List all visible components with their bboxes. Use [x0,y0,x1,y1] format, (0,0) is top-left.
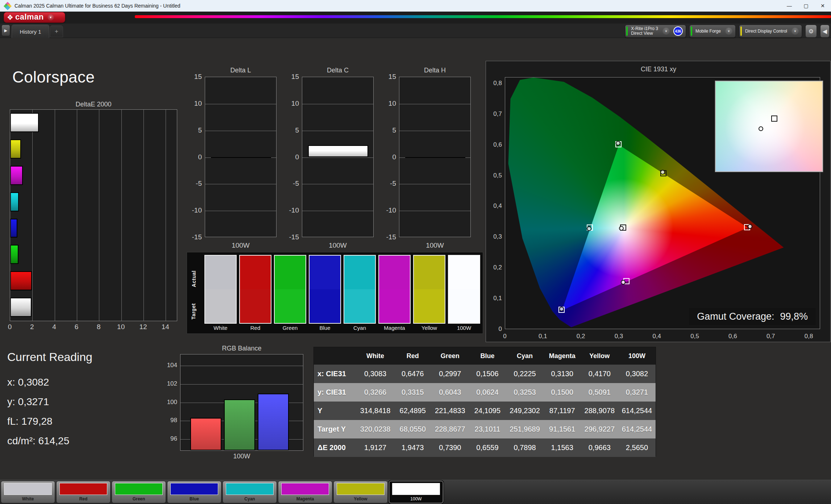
patch-chip-white [4,483,52,495]
reading-y: y: 0,3271 [7,396,49,408]
patch-button-red[interactable]: Red [56,481,111,503]
device-button-0[interactable]: X-Rite i1Pro 3Direct View▼436 [625,25,686,38]
patch-button-magenta[interactable]: Magenta [278,481,332,503]
patch-button-white[interactable]: White [1,481,55,503]
swatch-white-actual [205,256,236,289]
swatch-red-actual [240,256,271,289]
swatch-magenta [378,255,411,324]
collapse-toolbar-button[interactable]: ◀ [820,25,830,38]
add-icon: + [55,28,58,35]
maximize-icon[interactable]: ▢ [798,0,814,12]
device-dropdown-icon-1[interactable]: ▼ [725,28,732,35]
window-title: Calman 2025 Calman Ultimate for Business… [14,3,180,9]
table-cell-xcie31-magenta: 0,3130 [544,370,581,378]
layout-nav-button[interactable]: ▶ [1,25,10,36]
patch-chip-magenta [281,483,329,495]
cie-ytick-3: 0,3 [487,233,502,240]
delta-c-ytick-0: 0 [283,153,299,161]
table-cell-xcie31-red: 0,6476 [394,370,431,378]
delta-h-ytick--10: -10 [380,206,396,214]
logo-dropdown-icon[interactable]: ▼ [47,14,54,21]
cie-xtick-2: 0,2 [574,333,588,340]
swatch-100w-target [449,289,479,323]
table-cell-y-yellow: 288,9078 [581,407,618,415]
table-row: Target Y320,023868,0550228,867723,101125… [314,420,656,438]
table-col-green: Green [431,352,469,360]
table-rowhead-xcie31: x: CIE31 [314,370,357,378]
rgb-chart-plot [180,354,303,451]
delta-c-grid-10 [302,104,373,104]
deltae-bar-magenta [10,166,23,185]
delta-l-ytick-5: 5 [186,126,202,134]
cie-measured-green [616,141,620,146]
patch-button-blue[interactable]: Blue [167,481,221,503]
delta-h-grid--5 [399,184,470,184]
deltae-grid-14 [166,110,166,321]
table-rowhead-y: Y [314,407,357,415]
table-cell-y-red: 62,4895 [394,407,431,415]
rgb-grid-102 [180,384,303,385]
swatch-label-blue: Blue [309,325,341,331]
delta-c-grid-5 [302,131,373,131]
device-button-1[interactable]: Mobile Forge▼ [689,25,736,38]
minimize-icon[interactable]: — [781,0,798,12]
table-cell-e2000-red: 1,9473 [394,444,431,452]
delta-c-grid--5 [302,184,373,184]
delta-c-ytick--10: -10 [283,206,299,214]
deltae-xtick-8: 8 [93,323,104,331]
reading-fl: fL: 179,28 [7,416,53,427]
tool-row: ▶ History 1 + X-Rite i1Pro 3Direct View▼… [0,24,831,38]
deltae-chart-plot [10,109,177,321]
swatch-green-actual [275,256,306,289]
calman-menu-button[interactable]: ❖ calman ▼ [4,12,65,23]
table-col-blue: Blue [469,352,506,360]
device-button-2[interactable]: Direct Display Control▼ [739,25,802,38]
tab-history-1[interactable]: History 1 [12,25,49,38]
device-dropdown-icon-0[interactable]: ▼ [662,28,670,35]
swatch-label-yellow: Yellow [413,325,445,331]
delta-l-grid-5 [205,131,276,131]
patch-chip-cyan [226,483,274,495]
table-cell-e2000-magenta: 1,1563 [544,444,581,452]
table-cell-y-magenta: 87,1197 [544,407,581,415]
patch-button-green[interactable]: Green [112,481,166,503]
cie-xtick-3: 0,3 [611,333,626,340]
cie-xtick-8: 0,8 [802,333,816,340]
cie-xtick-6: 0,6 [726,333,740,340]
patch-chip-blue [170,483,218,495]
cie-ytick-0: 0 [487,326,502,333]
rgb-bar-red [190,418,221,450]
gamut-coverage: Gamut Coverage: 99,8% [689,308,816,325]
deltae-grid-10 [121,110,122,321]
deltae-bar-100w [10,113,39,132]
patch-button-100w[interactable]: 100W [389,481,443,503]
table-cell-e2000-yellow: 0,9663 [581,444,618,452]
cie-xtick-1: 0,1 [536,333,550,340]
spectrum-strip [135,15,831,18]
settings-button[interactable]: ⚙ [805,25,817,38]
delta-l-ytick--10: -10 [186,206,202,214]
target-row-label: Target [191,303,196,320]
table-rowhead-e2000: ΔE 2000 [314,444,357,452]
inset-measured-marker [759,126,763,131]
patch-label-green: Green [112,496,166,501]
cie-xtick-7: 0,7 [764,333,778,340]
close-icon[interactable]: ✕ [814,0,831,12]
delta-c-bar-100w [308,145,368,158]
table-cell-xcie31-yellow: 0,4170 [581,370,618,378]
cie-measured-white [619,226,624,231]
swatch-cyan [344,255,376,324]
swatch-label-magenta: Magenta [378,325,411,331]
add-tab-button[interactable]: + [50,25,63,37]
table-cell-e2000-100w: 2,5650 [618,444,656,452]
swatch-yellow [413,255,445,324]
rgb-bar-green [224,399,255,450]
delta-h-ytick--5: -5 [380,180,396,188]
patch-button-yellow[interactable]: Yellow [333,481,388,503]
patch-button-cyan[interactable]: Cyan [223,481,277,503]
table-header-row: WhiteRedGreenBlueCyanMagentaYellow100W [314,347,656,365]
device-dropdown-icon-2[interactable]: ▼ [791,28,799,35]
table-col-magenta: Magenta [544,352,581,360]
table-cell-y-cyan: 249,2302 [506,407,544,415]
deltae-xtick-14: 14 [160,323,171,331]
